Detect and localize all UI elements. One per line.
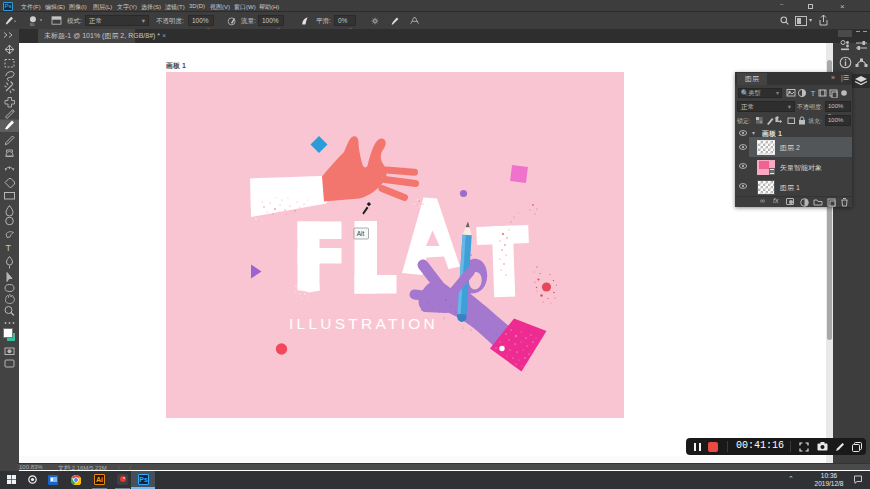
svg-text:T: T (811, 89, 816, 98)
svg-text:T: T (6, 243, 12, 253)
svg-text:ILLUSTRATION: ILLUSTRATION (289, 315, 438, 332)
svg-text:30: 30 (30, 22, 35, 27)
svg-text:Alt: Alt (357, 230, 365, 237)
